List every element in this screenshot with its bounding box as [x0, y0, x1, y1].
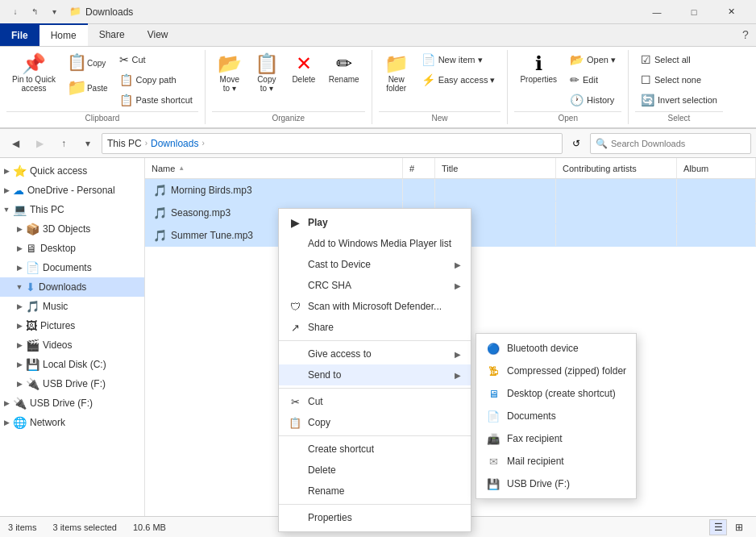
move-to-button[interactable]: 📂 Moveto ▾ — [212, 50, 247, 97]
view-details-button[interactable]: ☰ — [709, 519, 727, 535]
maximize-button[interactable]: □ — [675, 0, 712, 24]
sidebar-item-3d-objects[interactable]: ▶ 📦 3D Objects — [0, 219, 144, 239]
col-artists[interactable]: Contributing artists — [556, 158, 677, 178]
new-folder-button[interactable]: 📁 Newfolder — [379, 50, 414, 97]
invert-selection-button[interactable]: 🔄 Invert selection — [635, 90, 723, 110]
title-bar: ↓ ↰ ▾ 📁 Downloads — □ ✕ — [0, 0, 756, 24]
tab-share[interactable]: Share — [88, 24, 136, 46]
copy-to-button[interactable]: 📋 Copyto ▾ — [249, 50, 285, 97]
search-input[interactable] — [611, 139, 746, 148]
open-button[interactable]: 📂 Open ▾ — [564, 50, 621, 69]
ctx-cast-device[interactable]: Cast to Device ▶ — [279, 254, 471, 275]
ctx-crc-sha[interactable]: CRC SHA ▶ — [279, 275, 471, 296]
col-name[interactable]: Name ▲ — [145, 158, 403, 178]
expand-icon: ▶ — [13, 261, 26, 274]
sidebar-item-desktop[interactable]: ▶ 🖥 Desktop — [0, 239, 144, 258]
ctx-properties[interactable]: Properties — [279, 507, 471, 528]
col-album[interactable]: Album — [677, 158, 756, 178]
ctx-cut[interactable]: ✂ Cut — [279, 391, 471, 412]
file-row-1[interactable]: 🎵 Morning Birds.mp3 — [145, 179, 756, 202]
ctx-rename[interactable]: Rename — [279, 481, 471, 502]
col-num[interactable]: # — [403, 158, 435, 178]
recent-locations-button[interactable]: ▾ — [77, 133, 98, 154]
sendto-bluetooth-label: Bluetooth device — [507, 343, 579, 354]
sendto-mail[interactable]: ✉ Mail recipient — [476, 450, 636, 472]
refresh-button[interactable]: ↺ — [566, 133, 587, 154]
network-icon: 🌐 — [13, 416, 27, 429]
sidebar-item-network[interactable]: ▶ 🌐 Network — [0, 413, 144, 432]
sidebar-item-local-disk[interactable]: ▶ 💾 Local Disk (C:) — [0, 355, 144, 374]
ctx-give-access[interactable]: Give access to ▶ — [279, 343, 471, 364]
new-item-button[interactable]: 📄 New item ▾ — [416, 50, 501, 69]
select-all-button[interactable]: ☑ Select all — [635, 50, 723, 69]
back-button[interactable]: ◀ — [5, 133, 26, 154]
sidebar-item-quick-access[interactable]: ▶ ⭐ Quick access — [0, 161, 144, 181]
ctx-send-to[interactable]: Send to ▶ — [279, 364, 471, 385]
properties-button[interactable]: ℹ Properties — [514, 50, 563, 88]
sidebar-item-usb-drive[interactable]: ▶ 🔌 USB Drive (F:) — [0, 393, 144, 413]
ctx-share[interactable]: ↗ Share — [279, 317, 471, 338]
breadcrumb-thispc[interactable]: This PC — [107, 138, 142, 149]
sendto-documents[interactable]: 📄 Documents — [476, 405, 636, 427]
sendto-usb[interactable]: 💾 USB Drive (F:) — [476, 472, 636, 495]
breadcrumb-downloads[interactable]: Downloads — [151, 138, 198, 149]
sidebar-item-videos[interactable]: ▶ 🎬 Videos — [0, 335, 144, 355]
context-menu: ▶ Play Add to Windows Media Player list … — [278, 208, 471, 532]
sidebar-item-this-pc[interactable]: ▼ 💻 This PC — [0, 200, 144, 219]
select-none-button[interactable]: ☐ Select none — [635, 70, 723, 90]
ctx-properties-label: Properties — [308, 512, 352, 523]
tab-view[interactable]: View — [136, 24, 180, 46]
easy-access-button[interactable]: ⚡ Easy access ▾ — [416, 70, 501, 90]
up-button[interactable]: ↑ — [53, 133, 74, 154]
history-button[interactable]: 🕐 History — [564, 90, 621, 110]
copy-button[interactable]: 📋 Copy — [63, 50, 112, 74]
forward-button[interactable]: ▶ — [29, 133, 50, 154]
sendto-desktop[interactable]: 🖥 Desktop (create shortcut) — [476, 382, 636, 405]
sidebar-item-onedrive[interactable]: ▶ ☁ OneDrive - Personal — [0, 181, 144, 200]
address-bar[interactable]: This PC › Downloads › — [102, 133, 563, 154]
pin-quick-access-button[interactable]: 📌 Pin to Quickaccess — [6, 50, 61, 97]
usb-drive-thispc-label: USB Drive (F:) — [43, 378, 138, 389]
delete-button[interactable]: ✕ Delete — [286, 50, 322, 88]
ctx-add-wmp[interactable]: Add to Windows Media Player list — [279, 233, 471, 254]
paste-button[interactable]: 📁 Paste — [63, 75, 112, 99]
sendto-fax[interactable]: 📠 Fax recipient — [476, 427, 636, 450]
qa-dropdown[interactable]: ▾ — [45, 3, 63, 21]
tab-file[interactable]: File — [0, 23, 39, 46]
sidebar-item-downloads[interactable]: ▼ ⬇ Downloads — [0, 277, 144, 297]
file-icon-1: 🎵 — [152, 184, 168, 197]
ctx-share-label: Share — [308, 322, 334, 333]
qa-undo[interactable]: ↰ — [26, 3, 44, 21]
sidebar-item-music[interactable]: ▶ 🎵 Music — [0, 297, 144, 316]
search-bar[interactable]: 🔍 — [590, 133, 751, 154]
tab-home[interactable]: Home — [39, 23, 88, 46]
sendto-bluetooth[interactable]: 🔵 Bluetooth device — [476, 337, 636, 360]
rename-button[interactable]: ✏ Rename — [323, 50, 365, 88]
sendto-compressed[interactable]: 🗜 Compressed (zipped) folder — [476, 360, 636, 382]
paste-shortcut-icon: 📋 — [119, 94, 133, 106]
minimize-button[interactable]: — — [638, 0, 675, 24]
ctx-scan-defender[interactable]: 🛡 Scan with Microsoft Defender... — [279, 296, 471, 317]
file-name-label-1: Morning Birds.mp3 — [171, 185, 252, 196]
qa-back[interactable]: ↓ — [6, 3, 24, 21]
ctx-play[interactable]: ▶ Play — [279, 212, 471, 233]
copy-path-button[interactable]: 📋 Copy path — [114, 70, 198, 90]
defender-icon: 🛡 — [289, 300, 301, 313]
paste-shortcut-button[interactable]: 📋 Paste shortcut — [114, 90, 198, 110]
sidebar-item-pictures[interactable]: ▶ 🖼 Pictures — [0, 316, 144, 335]
view-large-icons-button[interactable]: ⊞ — [730, 519, 748, 535]
ctx-copy-label: Copy — [308, 417, 330, 428]
cut-button[interactable]: ✂ Cut — [114, 50, 198, 69]
help-button[interactable]: ? — [735, 24, 756, 45]
sidebar-item-usb-drive-thispc[interactable]: ▶ 🔌 USB Drive (F:) — [0, 374, 144, 393]
col-title[interactable]: Title — [435, 158, 556, 178]
sort-icon: ▲ — [178, 164, 185, 172]
desktop-label: Desktop — [40, 243, 138, 254]
ctx-copy[interactable]: 📋 Copy — [279, 412, 471, 433]
edit-button[interactable]: ✏ Edit — [564, 70, 621, 90]
close-button[interactable]: ✕ — [712, 0, 750, 24]
sidebar-item-documents[interactable]: ▶ 📄 Documents — [0, 258, 144, 277]
ctx-delete[interactable]: Delete — [279, 460, 471, 481]
ctx-create-shortcut[interactable]: Create shortcut — [279, 439, 471, 460]
send-to-arrow: ▶ — [455, 371, 461, 380]
